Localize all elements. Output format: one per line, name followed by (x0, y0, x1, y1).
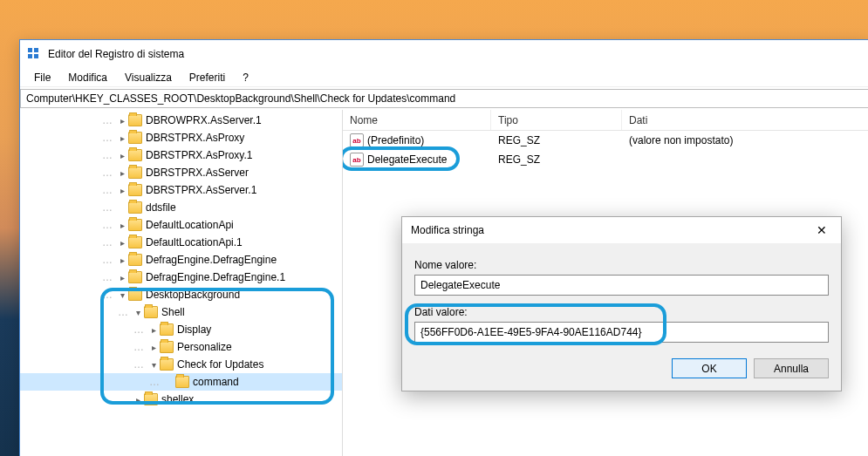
tree-guide: … (102, 289, 113, 301)
svg-rect-0 (28, 48, 32, 52)
tree-guide: … (102, 184, 113, 196)
chevron-right-icon[interactable]: ▸ (116, 221, 128, 230)
window-title: Editor del Registro di sistema (48, 48, 184, 60)
tree-item[interactable]: …▸DefragEngine.DefragEngine (20, 251, 342, 269)
chevron-right-icon[interactable]: ▸ (116, 168, 128, 178)
string-value-icon: ab (350, 153, 364, 167)
tree-guide: … (102, 114, 113, 126)
menu-edit[interactable]: Modifica (59, 70, 116, 85)
tree-item[interactable]: …▸DefaultLocationApi.1 (20, 234, 342, 251)
tree-item-label: DBRSTPRX.AsServer.1 (146, 184, 256, 196)
ok-button[interactable]: OK (672, 358, 747, 378)
tree-item[interactable]: …▸DBROWPRX.AsServer.1 (20, 112, 342, 129)
tree-pane[interactable]: …▸DBROWPRX.AsServer.1…▸DBRSTPRX.AsProxy…… (20, 110, 343, 456)
chevron-right-icon[interactable]: ▸ (147, 325, 160, 335)
tree-guide: … (102, 201, 113, 214)
edit-string-dialog: Modifica stringa ✕ Nome valore: Dati val… (401, 216, 842, 391)
chevron-right-icon[interactable]: ▸ (147, 343, 160, 352)
folder-icon (128, 132, 142, 144)
folder-icon (128, 167, 142, 179)
chevron-right-icon[interactable]: ▸ (116, 255, 128, 265)
tree-item-label: Personalize (177, 341, 232, 353)
chevron-right-icon[interactable]: ▸ (116, 186, 128, 195)
tree-guide: … (133, 341, 145, 353)
cancel-button[interactable]: Annulla (754, 358, 829, 378)
list-header: Nome Tipo Dati (343, 110, 868, 131)
tree-item-label: Check for Updates (177, 358, 263, 371)
folder-icon (128, 149, 142, 161)
chevron-down-icon[interactable]: ▾ (116, 290, 128, 300)
tree-item[interactable]: …▸Display (20, 321, 342, 338)
tree-item-label: ddsfile (146, 201, 176, 214)
folder-icon (128, 254, 142, 266)
tree-item-label: DefragEngine.DefragEngine.1 (146, 271, 285, 283)
tree-item[interactable]: …▸Personalize (20, 338, 342, 356)
tree-item[interactable]: …ddsfile (20, 199, 342, 216)
titlebar[interactable]: Editor del Registro di sistema (20, 40, 868, 68)
chevron-right-icon[interactable]: ▸ (116, 273, 128, 282)
app-icon (27, 47, 41, 61)
tree-guide: … (118, 393, 129, 405)
tree-item[interactable]: …▸DefragEngine.DefragEngine.1 (20, 269, 342, 286)
chevron-right-icon[interactable]: ▸ (116, 116, 128, 126)
value-type: REG_SZ (491, 134, 622, 146)
chevron-down-icon[interactable]: ▾ (132, 308, 144, 317)
list-row[interactable]: abDelegateExecuteREG_SZ (343, 150, 868, 169)
chevron-down-icon[interactable]: ▾ (147, 360, 160, 370)
tree-guide: … (149, 376, 161, 388)
tree-item[interactable]: …▸DBRSTPRX.AsProxy.1 (20, 146, 342, 164)
folder-icon (128, 289, 142, 301)
tree-guide: … (133, 358, 145, 371)
tree-item-label: command (193, 376, 239, 388)
menu-favorites[interactable]: Preferiti (181, 70, 234, 85)
tree-item-label: shellex (161, 393, 194, 405)
tree-item[interactable]: …▸DefaultLocationApi (20, 216, 342, 234)
col-header-name[interactable]: Nome (343, 110, 491, 130)
svg-rect-2 (28, 54, 32, 58)
folder-icon (160, 341, 174, 353)
value-data: (valore non impostato) (622, 134, 868, 146)
folder-icon (128, 219, 142, 231)
tree-item-label: Display (177, 323, 211, 336)
tree-item-label: DefaultLocationApi (146, 219, 234, 231)
tree-guide: … (102, 219, 113, 231)
tree-item[interactable]: …▸DBRSTPRX.AsProxy (20, 129, 342, 146)
tree-item[interactable]: …▾Shell (20, 303, 342, 321)
folder-icon (128, 271, 142, 283)
dialog-titlebar[interactable]: Modifica stringa ✕ (402, 217, 841, 243)
list-row[interactable]: ab(Predefinito)REG_SZ(valore non imposta… (343, 131, 868, 150)
tree-item-label: DBRSTPRX.AsProxy (146, 132, 244, 144)
menu-file[interactable]: File (25, 70, 59, 85)
tree-guide: … (102, 167, 113, 179)
tree-item-label: DesktopBackground (146, 289, 240, 301)
dialog-name-label: Nome valore: (414, 259, 829, 271)
tree-item-label: DBROWPRX.AsServer.1 (146, 114, 262, 126)
tree-item[interactable]: …command (20, 373, 342, 391)
col-header-data[interactable]: Dati (622, 110, 868, 130)
chevron-right-icon[interactable]: ▸ (132, 395, 144, 405)
address-bar[interactable]: Computer\HKEY_CLASSES_ROOT\DesktopBackgr… (20, 89, 868, 108)
svg-rect-3 (34, 54, 38, 58)
tree-item[interactable]: …▸shellex (20, 391, 342, 408)
chevron-right-icon[interactable]: ▸ (116, 151, 128, 160)
tree-item[interactable]: …▸DBRSTPRX.AsServer.1 (20, 181, 342, 199)
tree-item[interactable]: …▾DesktopBackground (20, 286, 342, 303)
menubar: File Modifica Visualizza Preferiti ? (20, 68, 868, 87)
tree-guide: … (118, 306, 129, 318)
close-icon[interactable]: ✕ (804, 218, 839, 242)
folder-icon (144, 393, 158, 405)
col-header-type[interactable]: Tipo (491, 110, 622, 130)
dialog-data-input[interactable] (414, 322, 829, 343)
chevron-right-icon[interactable]: ▸ (116, 238, 128, 248)
tree-item[interactable]: …▸DBRSTPRX.AsServer (20, 164, 342, 181)
folder-icon (128, 184, 142, 196)
tree-guide: … (102, 254, 113, 266)
menu-help[interactable]: ? (234, 70, 257, 85)
tree-guide: … (102, 271, 113, 283)
folder-icon (128, 201, 142, 214)
chevron-right-icon[interactable]: ▸ (116, 133, 128, 143)
tree-item[interactable]: …▾Check for Updates (20, 356, 342, 373)
dialog-name-input[interactable] (414, 275, 829, 296)
folder-icon (128, 236, 142, 248)
menu-view[interactable]: Visualizza (116, 70, 181, 85)
